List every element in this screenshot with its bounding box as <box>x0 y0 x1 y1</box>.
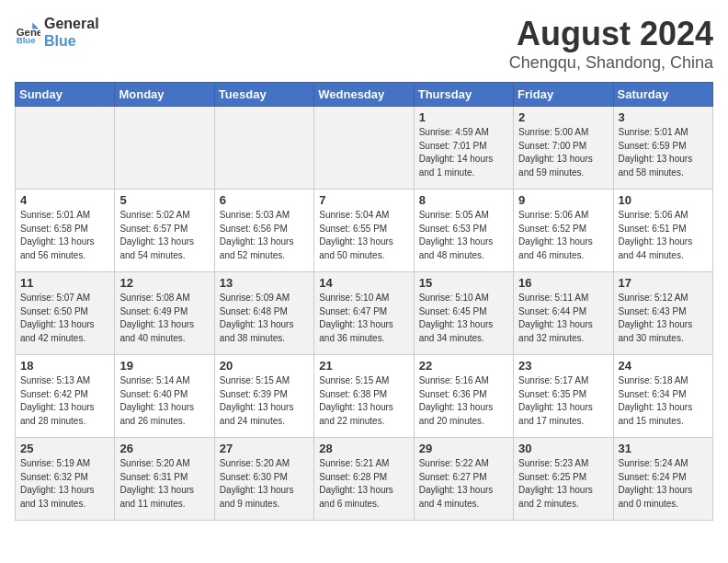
day-number: 13 <box>220 276 309 290</box>
day-info: Sunrise: 5:23 AM Sunset: 6:25 PM Dayligh… <box>518 457 608 511</box>
cal-cell: 30Sunrise: 5:23 AM Sunset: 6:25 PM Dayli… <box>514 438 613 521</box>
cal-cell: 31Sunrise: 5:24 AM Sunset: 6:24 PM Dayli… <box>613 438 712 521</box>
day-number: 18 <box>20 359 109 373</box>
day-number: 31 <box>619 442 708 455</box>
cal-cell: 13Sunrise: 5:09 AM Sunset: 6:48 PM Dayli… <box>214 272 313 355</box>
cal-cell: 17Sunrise: 5:12 AM Sunset: 6:43 PM Dayli… <box>613 272 712 355</box>
cal-cell: 21Sunrise: 5:15 AM Sunset: 6:38 PM Dayli… <box>314 355 414 438</box>
week-row-3: 11Sunrise: 5:07 AM Sunset: 6:50 PM Dayli… <box>16 272 713 355</box>
cal-cell <box>214 107 313 190</box>
day-number: 27 <box>220 442 309 455</box>
day-number: 9 <box>518 193 608 207</box>
day-number: 1 <box>419 110 508 124</box>
header-day-tuesday: Tuesday <box>214 83 313 107</box>
day-info: Sunrise: 5:08 AM Sunset: 6:49 PM Dayligh… <box>119 292 209 345</box>
week-row-5: 25Sunrise: 5:19 AM Sunset: 6:32 PM Dayli… <box>16 438 713 521</box>
day-info: Sunrise: 5:00 AM Sunset: 7:00 PM Dayligh… <box>518 126 608 179</box>
day-info: Sunrise: 5:22 AM Sunset: 6:27 PM Dayligh… <box>419 457 508 511</box>
day-info: Sunrise: 5:10 AM Sunset: 6:47 PM Dayligh… <box>319 292 408 345</box>
logo-blue: Blue <box>44 32 99 50</box>
day-number: 17 <box>619 276 708 290</box>
day-number: 3 <box>619 110 708 124</box>
cal-cell: 16Sunrise: 5:11 AM Sunset: 6:44 PM Dayli… <box>514 272 613 355</box>
day-number: 24 <box>619 359 708 373</box>
day-info: Sunrise: 5:16 AM Sunset: 6:36 PM Dayligh… <box>419 374 508 428</box>
day-number: 28 <box>319 442 408 455</box>
day-number: 23 <box>518 359 608 373</box>
day-number: 21 <box>319 359 408 373</box>
week-row-4: 18Sunrise: 5:13 AM Sunset: 6:42 PM Dayli… <box>16 355 713 438</box>
cal-cell: 12Sunrise: 5:08 AM Sunset: 6:49 PM Dayli… <box>115 272 214 355</box>
sub-title: Chengqu, Shandong, China <box>509 53 713 73</box>
cal-cell: 22Sunrise: 5:16 AM Sunset: 6:36 PM Dayli… <box>414 355 513 438</box>
day-info: Sunrise: 5:15 AM Sunset: 6:39 PM Dayligh… <box>220 374 309 428</box>
cal-cell: 25Sunrise: 5:19 AM Sunset: 6:32 PM Dayli… <box>16 438 115 521</box>
day-number: 30 <box>518 442 608 455</box>
day-info: Sunrise: 5:11 AM Sunset: 6:44 PM Dayligh… <box>518 292 608 345</box>
header-day-friday: Friday <box>514 83 613 107</box>
day-info: Sunrise: 5:06 AM Sunset: 6:51 PM Dayligh… <box>619 209 708 262</box>
day-number: 15 <box>419 276 508 290</box>
cal-cell: 14Sunrise: 5:10 AM Sunset: 6:47 PM Dayli… <box>314 272 414 355</box>
day-number: 7 <box>319 193 408 207</box>
header-day-saturday: Saturday <box>613 83 712 107</box>
day-info: Sunrise: 5:13 AM Sunset: 6:42 PM Dayligh… <box>20 374 109 428</box>
cal-cell <box>314 107 414 190</box>
day-info: Sunrise: 5:01 AM Sunset: 6:59 PM Dayligh… <box>619 126 708 179</box>
logo-general: General <box>44 15 99 32</box>
header-day-monday: Monday <box>115 83 214 107</box>
cal-cell: 4Sunrise: 5:01 AM Sunset: 6:58 PM Daylig… <box>16 190 115 272</box>
day-info: Sunrise: 5:17 AM Sunset: 6:35 PM Dayligh… <box>518 374 608 428</box>
cal-cell: 29Sunrise: 5:22 AM Sunset: 6:27 PM Dayli… <box>414 438 513 521</box>
day-info: Sunrise: 5:19 AM Sunset: 6:32 PM Dayligh… <box>20 457 109 511</box>
day-info: Sunrise: 5:20 AM Sunset: 6:31 PM Dayligh… <box>119 457 209 511</box>
day-number: 14 <box>319 276 408 290</box>
header-day-sunday: Sunday <box>16 83 115 107</box>
cal-cell: 9Sunrise: 5:06 AM Sunset: 6:52 PM Daylig… <box>514 190 613 272</box>
day-number: 6 <box>220 193 309 207</box>
cal-cell: 15Sunrise: 5:10 AM Sunset: 6:45 PM Dayli… <box>414 272 513 355</box>
day-info: Sunrise: 5:20 AM Sunset: 6:30 PM Dayligh… <box>220 457 309 511</box>
cal-cell: 24Sunrise: 5:18 AM Sunset: 6:34 PM Dayli… <box>613 355 712 438</box>
cal-cell: 19Sunrise: 5:14 AM Sunset: 6:40 PM Dayli… <box>115 355 214 438</box>
header-day-thursday: Thursday <box>414 83 513 107</box>
day-number: 2 <box>518 110 608 124</box>
day-info: Sunrise: 5:03 AM Sunset: 6:56 PM Dayligh… <box>220 209 309 262</box>
day-number: 20 <box>220 359 309 373</box>
day-info: Sunrise: 5:04 AM Sunset: 6:55 PM Dayligh… <box>319 209 408 262</box>
day-info: Sunrise: 5:15 AM Sunset: 6:38 PM Dayligh… <box>319 374 408 428</box>
header-day-wednesday: Wednesday <box>314 83 414 107</box>
header: General Blue General Blue August 2024 Ch… <box>15 15 713 73</box>
day-info: Sunrise: 5:18 AM Sunset: 6:34 PM Dayligh… <box>619 374 708 428</box>
logo-icon: General Blue <box>15 19 40 45</box>
day-info: Sunrise: 5:12 AM Sunset: 6:43 PM Dayligh… <box>619 292 708 345</box>
logo: General Blue General Blue <box>15 15 99 50</box>
day-info: Sunrise: 5:06 AM Sunset: 6:52 PM Dayligh… <box>518 209 608 262</box>
day-number: 25 <box>20 442 109 455</box>
cal-cell: 11Sunrise: 5:07 AM Sunset: 6:50 PM Dayli… <box>16 272 115 355</box>
cal-cell: 18Sunrise: 5:13 AM Sunset: 6:42 PM Dayli… <box>16 355 115 438</box>
day-info: Sunrise: 5:02 AM Sunset: 6:57 PM Dayligh… <box>119 209 209 262</box>
cal-cell: 26Sunrise: 5:20 AM Sunset: 6:31 PM Dayli… <box>115 438 214 521</box>
cal-cell: 6Sunrise: 5:03 AM Sunset: 6:56 PM Daylig… <box>214 190 313 272</box>
day-info: Sunrise: 5:21 AM Sunset: 6:28 PM Dayligh… <box>319 457 408 511</box>
cal-cell: 27Sunrise: 5:20 AM Sunset: 6:30 PM Dayli… <box>214 438 313 521</box>
day-info: Sunrise: 5:01 AM Sunset: 6:58 PM Dayligh… <box>20 209 109 262</box>
day-info: Sunrise: 5:05 AM Sunset: 6:53 PM Dayligh… <box>419 209 508 262</box>
day-number: 19 <box>119 359 209 373</box>
day-number: 26 <box>119 442 209 455</box>
svg-text:Blue: Blue <box>17 35 36 45</box>
week-row-1: 1Sunrise: 4:59 AM Sunset: 7:01 PM Daylig… <box>16 107 713 190</box>
cal-cell: 23Sunrise: 5:17 AM Sunset: 6:35 PM Dayli… <box>514 355 613 438</box>
day-number: 22 <box>419 359 508 373</box>
cal-cell: 20Sunrise: 5:15 AM Sunset: 6:39 PM Dayli… <box>214 355 313 438</box>
day-info: Sunrise: 5:10 AM Sunset: 6:45 PM Dayligh… <box>419 292 508 345</box>
calendar-table: SundayMondayTuesdayWednesdayThursdayFrid… <box>15 82 713 521</box>
header-row: SundayMondayTuesdayWednesdayThursdayFrid… <box>16 83 713 107</box>
main-title: August 2024 <box>509 15 713 53</box>
week-row-2: 4Sunrise: 5:01 AM Sunset: 6:58 PM Daylig… <box>16 190 713 272</box>
cal-cell <box>16 107 115 190</box>
title-area: August 2024 Chengqu, Shandong, China <box>509 15 713 73</box>
cal-cell: 3Sunrise: 5:01 AM Sunset: 6:59 PM Daylig… <box>613 107 712 190</box>
day-number: 10 <box>619 193 708 207</box>
